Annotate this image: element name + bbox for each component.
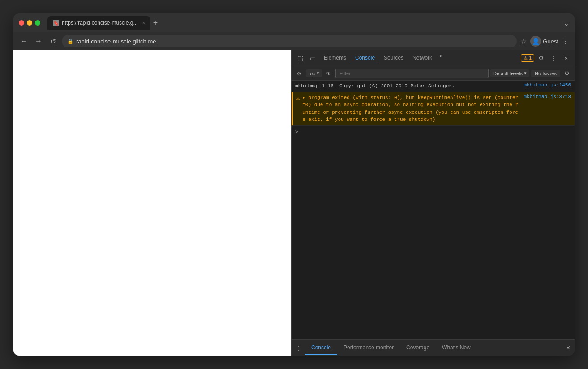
tab-favicon: 🔖 [53,20,59,26]
back-button[interactable]: ← [19,36,30,47]
tab-network[interactable]: Network [408,52,437,64]
context-value: top [309,71,315,76]
console-prompt-symbol: > [295,129,298,135]
console-settings-icon[interactable]: ⚙ [562,69,572,78]
devtools-tabs: Elements Console Sources Network » [319,52,520,64]
title-bar: 🔖 https://rapid-concise-muscle.g... × + … [13,13,575,32]
tab-close-button[interactable]: × [142,20,145,26]
console-message-text-1: mkbitmap 1.16. Copyright (C) 2001-2019 P… [295,82,521,90]
browser-window: 🔖 https://rapid-concise-muscle.g... × + … [13,13,575,356]
window-expand-icon[interactable]: ⌄ [563,19,569,27]
lock-icon: 🔒 [67,39,73,44]
close-traffic-light[interactable] [19,20,24,26]
console-link-1[interactable]: mkbitmap.js:1456 [524,82,571,88]
main-content: ⬚ ▭ Elements Console Sources Network [13,50,575,356]
device-emulation-icon[interactable]: ▭ [307,52,318,64]
tab-console[interactable]: Console [351,52,379,64]
profile-label: Guest [543,38,558,45]
warning-icon: ⚠ [524,56,528,60]
console-message-text-2: ▸ program exited (with status: 0), but k… [302,94,521,124]
reload-button[interactable]: ↺ [47,36,58,47]
clear-console-button[interactable]: ⊘ [294,69,304,78]
tab-sources[interactable]: Sources [379,52,408,64]
console-input-line: > [292,126,575,137]
context-arrow-icon: ▾ [317,70,319,76]
page-area [13,50,291,356]
devtools-drawer: ⋮ Console Performance monitor Coverage W… [292,339,575,356]
console-link-2[interactable]: mkbitmap.js:3718 [524,94,571,99]
nav-right: ☆ 👤 Guest ⋮ [520,36,569,47]
drawer-tab-console[interactable]: Console [305,341,337,355]
devtools-toolbar: ⬚ ▭ Elements Console Sources Network [292,50,575,66]
drawer-close-button[interactable]: × [562,344,575,352]
console-toolbar: ⊘ top ▾ 👁 Default levels ▾ No Issues ⚙ [292,66,575,81]
address-bar[interactable]: 🔒 rapid-concise-muscle.glitch.me [62,35,517,47]
more-tabs-button[interactable]: » [437,52,446,64]
filter-input[interactable] [335,69,489,78]
new-tab-button[interactable]: + [153,19,158,27]
warning-triangle-icon: ⚠ [296,95,300,102]
devtools-close-button[interactable]: × [560,52,572,64]
minimize-traffic-light[interactable] [27,20,32,26]
chrome-menu-icon[interactable]: ⋮ [562,37,569,46]
avatar: 👤 [530,36,541,47]
tab-url-label: https://rapid-concise-muscle.g... [62,20,137,26]
warning-count: 1 [529,56,532,60]
console-output: mkbitmap 1.16. Copyright (C) 2001-2019 P… [292,81,575,339]
warning-badge[interactable]: ⚠ 1 [521,54,534,62]
devtools-panel: ⬚ ▭ Elements Console Sources Network [291,50,575,356]
traffic-lights [19,20,40,26]
tabs-area: 🔖 https://rapid-concise-muscle.g... × + [47,16,560,30]
tab-elements[interactable]: Elements [319,52,351,64]
browser-tab[interactable]: 🔖 https://rapid-concise-muscle.g... × [47,16,150,30]
drawer-tab-performance-monitor[interactable]: Performance monitor [337,341,400,355]
levels-label: Default levels [493,71,523,76]
nav-bar: ← → ↺ 🔒 rapid-concise-muscle.glitch.me ☆… [13,32,575,50]
drawer-menu-icon[interactable]: ⋮ [292,344,305,352]
devtools-more-options-icon[interactable]: ⋮ [548,52,559,64]
levels-arrow-icon: ▾ [524,70,527,76]
drawer-tabs: Console Performance monitor Coverage Wha… [305,341,477,355]
context-select[interactable]: top ▾ [306,69,322,77]
no-issues-button[interactable]: No Issues [531,70,560,77]
eye-icon[interactable]: 👁 [324,69,334,78]
console-message-2: ⚠ ▸ program exited (with status: 0), but… [292,92,575,126]
levels-select[interactable]: Default levels ▾ [490,69,529,77]
maximize-traffic-light[interactable] [35,20,40,26]
no-issues-label: No Issues [535,71,557,76]
bookmark-icon[interactable]: ☆ [520,37,527,46]
user-profile-button[interactable]: 👤 Guest [530,36,558,47]
forward-button[interactable]: → [33,36,44,47]
inspect-element-icon[interactable]: ⬚ [294,52,306,64]
drawer-tab-coverage[interactable]: Coverage [400,341,436,355]
console-message-1: mkbitmap 1.16. Copyright (C) 2001-2019 P… [292,81,575,92]
devtools-settings-icon[interactable]: ⚙ [535,52,547,64]
devtools-right-buttons: ⚠ 1 ⚙ ⋮ × [521,52,572,64]
drawer-tab-whats-new[interactable]: What's New [436,341,477,355]
address-text: rapid-concise-muscle.glitch.me [76,38,156,45]
